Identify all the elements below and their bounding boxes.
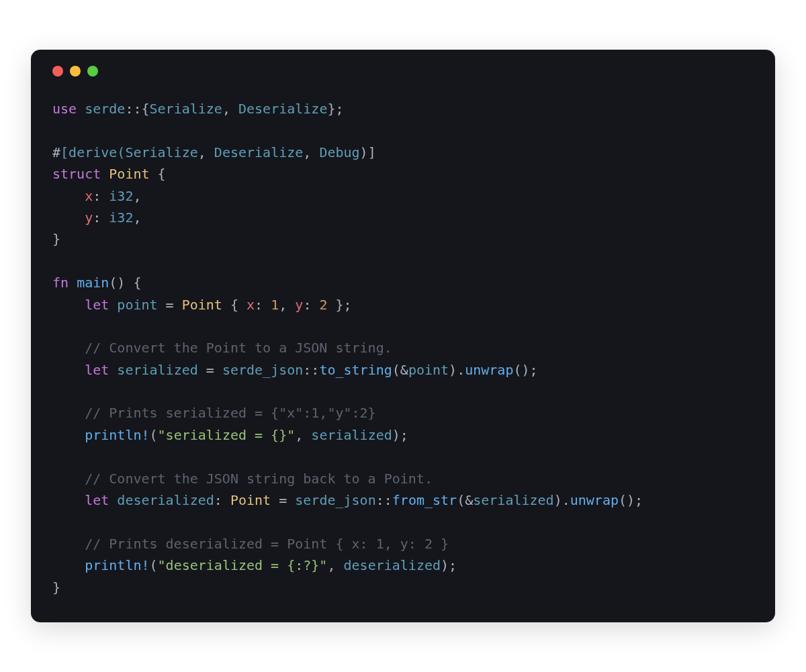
fn-main: main	[77, 275, 109, 291]
var-point: point	[117, 297, 157, 313]
field-y: y	[85, 209, 93, 226]
comment: // Prints deserialized = Point { x: 1, y…	[85, 536, 449, 552]
keyword-fn: fn	[52, 275, 69, 291]
fn-from-str: from_str	[392, 492, 457, 508]
type-i32: i32	[109, 188, 133, 204]
maximize-icon[interactable]	[87, 66, 98, 77]
comment: // Convert the JSON string back to a Poi…	[85, 471, 433, 487]
field-x: x	[85, 188, 93, 204]
keyword-struct: struct	[52, 166, 101, 182]
fn-unwrap: unwrap	[465, 362, 513, 378]
minimize-icon[interactable]	[70, 66, 81, 77]
terminal-window: use serde::{Serialize, Deserialize}; #[d…	[31, 50, 775, 622]
derive-attr: [derive(	[60, 144, 125, 160]
window-controls	[52, 66, 754, 77]
comment: // Prints serialized = {"x":1,"y":2}	[85, 405, 375, 421]
var-serialized: serialized	[117, 362, 197, 378]
string-literal: "deserialized = {:?}"	[158, 557, 328, 573]
fn-to-string: to_string	[319, 362, 392, 378]
macro-println: println!	[85, 427, 149, 443]
comment: // Convert the Point to a JSON string.	[85, 340, 392, 356]
type-serialize: Serialize	[150, 101, 222, 117]
literal-1: 1	[271, 297, 279, 313]
keyword-use: use	[52, 101, 77, 117]
ident-serde: serde	[85, 101, 125, 117]
string-literal: "serialized = {}"	[158, 427, 296, 443]
literal-2: 2	[319, 297, 327, 313]
code-block: use serde::{Serialize, Deserialize}; #[d…	[52, 98, 754, 598]
var-deserialized: deserialized	[117, 492, 214, 508]
close-icon[interactable]	[52, 66, 63, 77]
mod-serde-json: serde_json	[222, 362, 303, 378]
keyword-let: let	[85, 297, 109, 313]
type-point: Point	[109, 166, 149, 182]
type-deserialize: Deserialize	[238, 101, 327, 117]
